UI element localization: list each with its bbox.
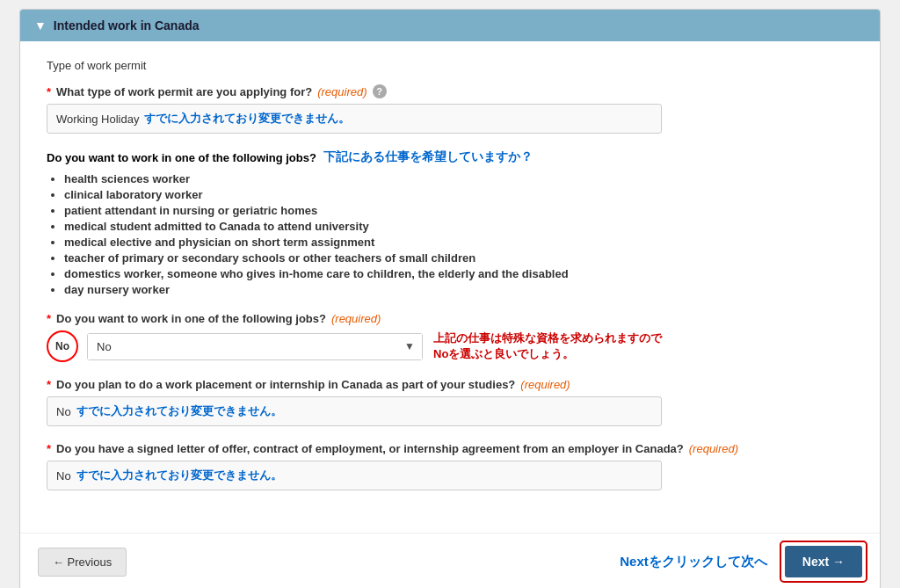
work-placement-field: No すでに入力されており変更できません。 bbox=[47, 396, 662, 426]
section-header: ▼ Intended work in Canada bbox=[20, 10, 880, 41]
work-permit-type-label: * What type of work permit are you apply… bbox=[47, 84, 853, 98]
jobs-question-row: Do you want to work in one of the follow… bbox=[47, 149, 853, 165]
previous-button[interactable]: ← Previous bbox=[38, 548, 127, 577]
help-icon[interactable]: ? bbox=[373, 84, 387, 98]
work-placement-question: Do you plan to do a work placement or in… bbox=[56, 378, 515, 391]
list-item: day nursery worker bbox=[64, 283, 853, 296]
work-permit-type-group: * What type of work permit are you apply… bbox=[47, 84, 853, 134]
list-item: medical elective and physician on short … bbox=[64, 236, 853, 249]
required-marker-2: * bbox=[47, 312, 51, 325]
next-button-wrapper: Next → bbox=[785, 546, 862, 577]
work-placement-label: * Do you plan to do a work placement or … bbox=[47, 378, 853, 391]
signed-letter-question: Do you have a signed letter of offer, co… bbox=[56, 442, 684, 455]
list-item: teacher of primary or secondary schools … bbox=[64, 251, 853, 265]
jobs-required-select[interactable]: No Yes bbox=[88, 334, 422, 359]
jobs-list: health sciences worker clinical laborato… bbox=[64, 172, 853, 296]
jobs-section: Do you want to work in one of the follow… bbox=[47, 149, 853, 296]
list-item: domestics worker, someone who gives in-h… bbox=[64, 267, 853, 280]
work-permit-annotation: すでに入力されており変更できません。 bbox=[144, 111, 350, 127]
work-permit-type-field: Working Holiday すでに入力されており変更できません。 bbox=[47, 104, 662, 134]
required-marker-4: * bbox=[47, 442, 51, 455]
jobs-required-annotation: 上記の仕事は特殊な資格を求められますので Noを選ぶと良いでしょう。 bbox=[433, 330, 662, 362]
work-permit-question: What type of work permit are you applyin… bbox=[56, 85, 312, 98]
work-placement-required: (required) bbox=[520, 378, 570, 391]
work-placement-value: No bbox=[56, 405, 71, 418]
list-item: patient attendant in nursing or geriatri… bbox=[64, 204, 853, 217]
collapse-toggle[interactable]: ▼ bbox=[34, 18, 47, 33]
required-marker-3: * bbox=[47, 378, 51, 391]
next-button[interactable]: Next → bbox=[785, 546, 862, 577]
jobs-annotation: 下記にある仕事を希望していますか？ bbox=[323, 149, 533, 165]
jobs-question-label: Do you want to work in one of the follow… bbox=[47, 151, 316, 164]
required-text: (required) bbox=[317, 85, 367, 98]
work-permit-value: Working Holiday bbox=[56, 113, 139, 126]
work-placement-annotation: すでに入力されており変更できません。 bbox=[76, 403, 282, 419]
work-placement-group: * Do you plan to do a work placement or … bbox=[47, 378, 853, 426]
signed-letter-label: * Do you have a signed letter of offer, … bbox=[47, 442, 853, 455]
jobs-required-text: (required) bbox=[331, 312, 381, 325]
footer-row: ← Previous Nextをクリックして次へ Next → bbox=[20, 533, 880, 588]
signed-letter-field: No すでに入力されており変更できません。 bbox=[47, 461, 662, 490]
signed-letter-annotation: すでに入力されており変更できません。 bbox=[76, 468, 282, 483]
required-marker: * bbox=[47, 85, 51, 98]
signed-letter-value: No bbox=[56, 469, 71, 483]
jobs-required-question: Do you want to work in one of the follow… bbox=[56, 312, 326, 325]
no-circle-highlight: No bbox=[47, 330, 78, 362]
jobs-required-group: * Do you want to work in one of the foll… bbox=[47, 312, 853, 362]
subsection-label: Type of work permit bbox=[47, 59, 853, 72]
list-item: health sciences worker bbox=[64, 172, 853, 185]
footer-right: Nextをクリックして次へ Next → bbox=[620, 546, 862, 577]
list-item: medical student admitted to Canada to at… bbox=[64, 220, 853, 233]
signed-letter-group: * Do you have a signed letter of offer, … bbox=[47, 442, 853, 490]
jobs-required-label: * Do you want to work in one of the foll… bbox=[47, 312, 853, 325]
section-title: Intended work in Canada bbox=[54, 18, 200, 33]
signed-letter-required: (required) bbox=[689, 442, 738, 455]
list-item: clinical laboratory worker bbox=[64, 188, 853, 201]
next-annotation: Nextをクリックして次へ bbox=[620, 554, 767, 570]
section-content: Type of work permit * What type of work … bbox=[20, 41, 880, 524]
